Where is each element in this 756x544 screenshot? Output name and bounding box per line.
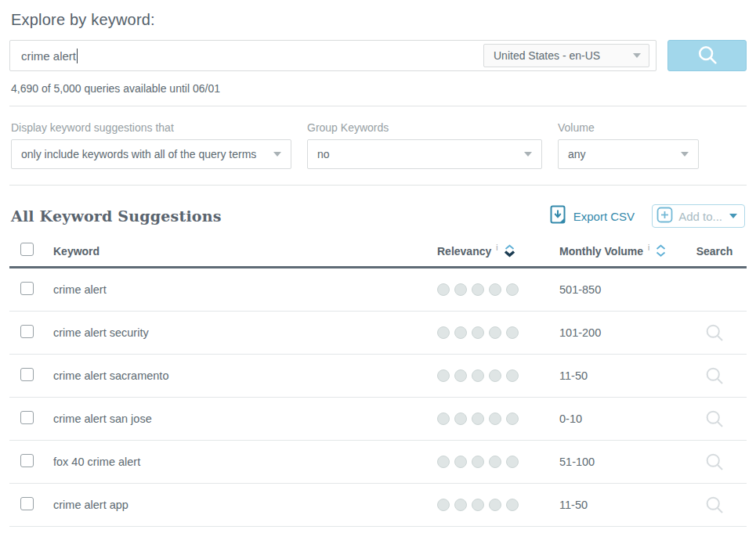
relevancy-dot [437, 283, 450, 296]
search-row: crime alert United States - en-US [9, 40, 747, 71]
search-button[interactable] [667, 40, 747, 71]
add-to-button[interactable]: Add to... [652, 204, 745, 228]
column-header-search: Search [682, 245, 747, 258]
relevancy-dot [437, 326, 450, 339]
chevron-down-icon [633, 53, 641, 58]
section-actions: Export CSV Add to... [550, 204, 745, 228]
relevancy-dot [489, 499, 501, 511]
volume-cell: 101-200 [549, 326, 682, 339]
row-search-button[interactable] [704, 451, 725, 473]
filter-group-suggestions: Display keyword suggestions that only in… [11, 121, 291, 169]
relevancy-dot [489, 456, 501, 468]
relevancy-dot [472, 499, 484, 511]
relevancy-dot [506, 499, 519, 511]
volume-select[interactable]: any [558, 139, 699, 169]
column-header-keyword: Keyword [44, 245, 428, 258]
relevancy-dot [489, 413, 501, 425]
search-query-text: crime alert [21, 49, 76, 63]
row-search-button[interactable] [704, 494, 725, 516]
table-body: crime alert 501-850 crime alert security… [9, 268, 747, 527]
relevancy-dots [437, 456, 519, 468]
filter-label: Volume [558, 121, 699, 134]
relevancy-dot [489, 369, 501, 382]
row-search-button[interactable] [704, 365, 725, 387]
row-checkbox[interactable] [20, 282, 34, 295]
text-cursor [77, 49, 78, 63]
keyword-cell: crime alert app [44, 499, 428, 511]
select-all-checkbox[interactable] [20, 243, 34, 256]
chevron-down-icon [524, 152, 532, 157]
table-row: crime alert san jose 0-10 [9, 398, 747, 441]
search-icon [696, 43, 719, 69]
keyword-cell: crime alert san jose [44, 413, 428, 425]
keyword-cell: crime alert security [44, 326, 428, 339]
filter-group-volume: Volume any [558, 121, 699, 169]
keyword-explorer-page: Explore by keyword: crime alert United S… [0, 0, 756, 544]
relevancy-dot [506, 326, 519, 339]
keyword-cell: fox 40 crime alert [44, 456, 428, 468]
suggestions-table: Keyword Relevancy i Monthly Volume i Sea… [9, 236, 747, 527]
export-file-icon [550, 205, 566, 227]
relevancy-dot [472, 369, 484, 382]
sort-icon-volume [655, 244, 667, 258]
group-keywords-select[interactable]: no [307, 139, 542, 169]
relevancy-dot [437, 369, 450, 382]
relevancy-dots [437, 369, 519, 382]
select-value: any [568, 148, 586, 160]
filter-label: Group Keywords [307, 121, 542, 134]
row-search-button[interactable] [704, 408, 725, 430]
relevancy-dot [506, 413, 519, 425]
relevancy-dot [506, 283, 519, 296]
page-title: Explore by keyword: [11, 11, 747, 29]
volume-info-icon[interactable]: i [648, 243, 649, 252]
export-csv-label: Export CSV [573, 210, 635, 223]
table-row: fox 40 crime alert 51-100 [9, 441, 747, 484]
export-csv-button[interactable]: Export CSV [550, 205, 635, 227]
column-header-monthly-volume: Monthly Volume [559, 245, 643, 258]
relevancy-sort-button[interactable] [504, 244, 515, 258]
table-row: crime alert security 101-200 [9, 312, 747, 355]
relevancy-dot [454, 456, 467, 468]
row-checkbox[interactable] [20, 325, 34, 338]
locale-select-value: United States - en-US [494, 49, 600, 62]
keyword-search-input[interactable]: crime alert United States - en-US [9, 40, 657, 71]
query-quota-text: 4,690 of 5,000 queries available until 0… [11, 82, 747, 95]
row-checkbox[interactable] [20, 411, 34, 424]
relevancy-dots [437, 413, 519, 425]
volume-cell: 11-50 [549, 499, 682, 511]
section-title: All Keyword Suggestions [11, 207, 222, 225]
volume-cell: 11-50 [549, 369, 682, 382]
table-row: crime alert app 11-50 [9, 484, 747, 527]
search-icon [704, 334, 725, 346]
sort-icon-relevancy [504, 244, 515, 258]
chevron-down-icon [273, 152, 281, 157]
select-value: no [317, 148, 330, 160]
suggestions-filter-select[interactable]: only include keywords with all of the qu… [11, 139, 291, 169]
relevancy-dots [437, 283, 519, 296]
filter-label: Display keyword suggestions that [11, 121, 291, 134]
select-value: only include keywords with all of the qu… [21, 148, 256, 160]
row-checkbox[interactable] [20, 454, 34, 467]
volume-sort-button[interactable] [655, 244, 667, 258]
relevancy-dot [472, 456, 484, 468]
locale-select[interactable]: United States - en-US [483, 44, 649, 67]
relevancy-dot [472, 283, 484, 296]
relevancy-info-icon[interactable]: i [496, 243, 497, 252]
relevancy-dot [472, 326, 484, 339]
suggestions-section-header: All Keyword Suggestions Export CSV Add t… [11, 204, 745, 228]
relevancy-dots [437, 326, 519, 339]
row-search-button[interactable] [704, 322, 725, 344]
volume-cell: 0-10 [549, 413, 682, 425]
relevancy-dot [437, 499, 450, 511]
relevancy-dot [489, 326, 501, 339]
relevancy-dots [437, 499, 519, 511]
row-checkbox[interactable] [20, 368, 34, 381]
relevancy-dot [454, 283, 467, 296]
row-checkbox[interactable] [20, 497, 34, 510]
relevancy-dot [454, 369, 467, 382]
relevancy-dot [454, 326, 467, 339]
relevancy-dot [472, 413, 484, 425]
table-row: crime alert 501-850 [9, 268, 747, 312]
table-header-row: Keyword Relevancy i Monthly Volume i Sea… [9, 236, 747, 268]
divider [9, 185, 747, 186]
